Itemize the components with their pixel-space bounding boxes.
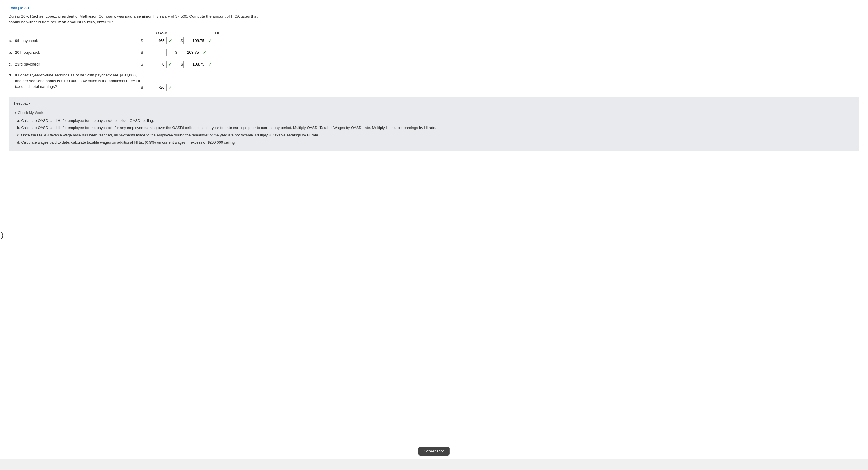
row-a-hi-input[interactable] <box>183 37 206 44</box>
feedback-item-b: b. Calculate OASDI and HI for employee f… <box>17 125 854 131</box>
row-b-hi-group: $ ✓ <box>175 49 207 56</box>
example-title[interactable]: Example 3-1 <box>9 6 859 10</box>
row-b-oasdi-input[interactable] <box>144 49 167 56</box>
feedback-item-d: d. Calculate wages paid to date, calcula… <box>17 139 854 145</box>
row-d-hi-input[interactable] <box>144 84 167 91</box>
row-d: d. If Lopez's year-to-date earnings as o… <box>9 72 859 91</box>
problem-text: During 20--, Rachael Lopez, president of… <box>9 13 267 25</box>
oasdi-header: OASDI <box>144 31 181 35</box>
row-b: b. 20th paycheck $ $ ✓ <box>9 49 859 56</box>
row-c-hi-check: ✓ <box>208 61 212 67</box>
row-a-hi-group: $ ✓ <box>181 37 212 44</box>
row-a-label: a. 9th paycheck <box>9 38 141 43</box>
row-a-hi-check: ✓ <box>208 38 212 43</box>
feedback-item-c: c. Once the OASDI taxable wage base has … <box>17 132 854 138</box>
row-a: a. 9th paycheck $ ✓ $ ✓ <box>9 37 859 44</box>
row-c-oasdi-input[interactable] <box>144 61 167 68</box>
row-c: c. 23rd paycheck $ ✓ $ ✓ <box>9 61 859 68</box>
row-d-hi-group: $ ✓ <box>141 84 172 91</box>
row-a-oasdi-input[interactable] <box>144 37 167 44</box>
check-my-work-toggle[interactable]: Check My Work <box>14 111 854 115</box>
row-d-label: d. If Lopez's year-to-date earnings as o… <box>9 72 141 90</box>
row-b-oasdi-group: $ <box>141 49 167 56</box>
row-d-hi-check: ✓ <box>168 85 172 90</box>
row-b-label: b. 20th paycheck <box>9 50 141 55</box>
feedback-list: a. Calculate OASDI and HI for employee f… <box>14 118 854 145</box>
row-c-label: c. 23rd paycheck <box>9 62 141 66</box>
feedback-item-a: a. Calculate OASDI and HI for employee f… <box>17 118 854 124</box>
hi-header: HI <box>198 31 236 35</box>
row-c-oasdi-group: $ ✓ <box>141 61 172 68</box>
feedback-box: Feedback Check My Work a. Calculate OASD… <box>9 97 859 151</box>
row-c-hi-input[interactable] <box>183 61 206 68</box>
row-a-oasdi-group: $ ✓ <box>141 37 172 44</box>
row-a-oasdi-check: ✓ <box>168 38 172 43</box>
feedback-title: Feedback <box>14 101 854 105</box>
row-b-hi-input[interactable] <box>178 49 201 56</box>
row-c-oasdi-check: ✓ <box>168 61 172 67</box>
row-b-hi-check: ✓ <box>203 50 206 55</box>
row-c-hi-group: $ ✓ <box>181 61 212 68</box>
column-headers: OASDI HI <box>144 31 859 35</box>
